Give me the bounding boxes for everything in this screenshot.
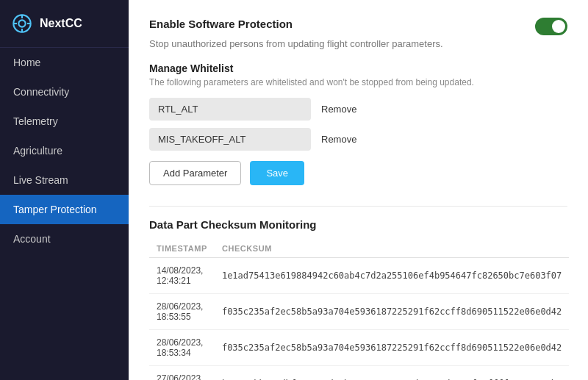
whitelist-input-0[interactable] [149, 98, 311, 121]
whitelist-input-1[interactable] [149, 128, 311, 151]
nav-tamper-protection[interactable]: Tamper Protection [0, 195, 129, 224]
nav-account[interactable]: Account [0, 224, 129, 254]
sidebar: NextCC Home Connectivity Telemetry Agric… [0, 0, 129, 380]
logo-area: NextCC [0, 0, 129, 48]
whitelist-row-0: Remove [149, 98, 567, 121]
table-row: 14/08/2023, 12:43:21 1e1ad75413e61988494… [149, 258, 569, 294]
app-title: NextCC [40, 17, 82, 30]
whitelist-title: Manage Whitelist [149, 62, 567, 74]
remove-link-0[interactable]: Remove [321, 104, 356, 115]
whitelist-row-1: Remove [149, 128, 567, 151]
main-content: Enable Software Protection Stop unauthor… [129, 0, 588, 380]
software-protection-header: Enable Software Protection [149, 18, 567, 35]
nav-live-stream[interactable]: Live Stream [0, 165, 129, 195]
table-row: 28/06/2023, 18:53:34 f035c235af2ec58b5a9… [149, 330, 569, 366]
hash-cell: f035c235af2ec58b5a93a704e5936187225291f6… [215, 330, 569, 366]
software-protection-title: Enable Software Protection [149, 18, 293, 30]
add-parameter-button[interactable]: Add Parameter [149, 161, 241, 185]
remove-link-1[interactable]: Remove [321, 134, 356, 145]
timestamp-cell: 28/06/2023, 18:53:34 [149, 330, 215, 366]
logo-icon [12, 13, 32, 34]
software-protection-desc: Stop unauthorized persons from updating … [149, 38, 487, 49]
hash-cell: 1e1ad75413e619884942c60ab4c7d2a255106ef4… [215, 258, 569, 294]
nav-connectivity[interactable]: Connectivity [0, 77, 129, 107]
timestamp-cell: 28/06/2023, 18:53:55 [149, 294, 215, 330]
whitelist-btn-row: Add Parameter Save [149, 161, 567, 185]
col-header-timestamp: TIMESTAMP [149, 240, 215, 258]
save-button[interactable]: Save [250, 161, 304, 185]
software-protection-toggle[interactable] [535, 18, 567, 35]
whitelist-section: Manage Whitelist The following parameter… [149, 62, 567, 185]
section-divider [149, 206, 567, 207]
nav-agriculture[interactable]: Agriculture [0, 136, 129, 165]
hash-cell: f035c235af2ec58b5a93a704e5936187225291f6… [215, 294, 569, 330]
svg-point-1 [18, 20, 25, 26]
table-row: 28/06/2023, 18:53:55 f035c235af2ec58b5a9… [149, 294, 569, 330]
checksum-section: Data Part Checksum Monitoring TIMESTAMP … [149, 218, 567, 380]
whitelist-desc: The following parameters are whitelisted… [149, 77, 567, 87]
nav-telemetry[interactable]: Telemetry [0, 107, 129, 136]
col-header-checksum: CHECKSUM [215, 240, 569, 258]
checksum-table: TIMESTAMP CHECKSUM 14/08/2023, 12:43:21 … [149, 240, 569, 380]
toggle-thumb [552, 20, 565, 33]
checksum-title: Data Part Checksum Monitoring [149, 218, 567, 231]
nav-home[interactable]: Home [0, 48, 129, 77]
hash-cell: b9ee0abb946dbf780286daeb925550a675e1dc04… [215, 366, 569, 381]
table-row: 27/06/2023, 16:03:18 b9ee0abb946dbf78028… [149, 366, 569, 381]
timestamp-cell: 14/08/2023, 12:43:21 [149, 258, 215, 294]
toggle-track [535, 18, 567, 35]
timestamp-cell: 27/06/2023, 16:03:18 [149, 366, 215, 381]
